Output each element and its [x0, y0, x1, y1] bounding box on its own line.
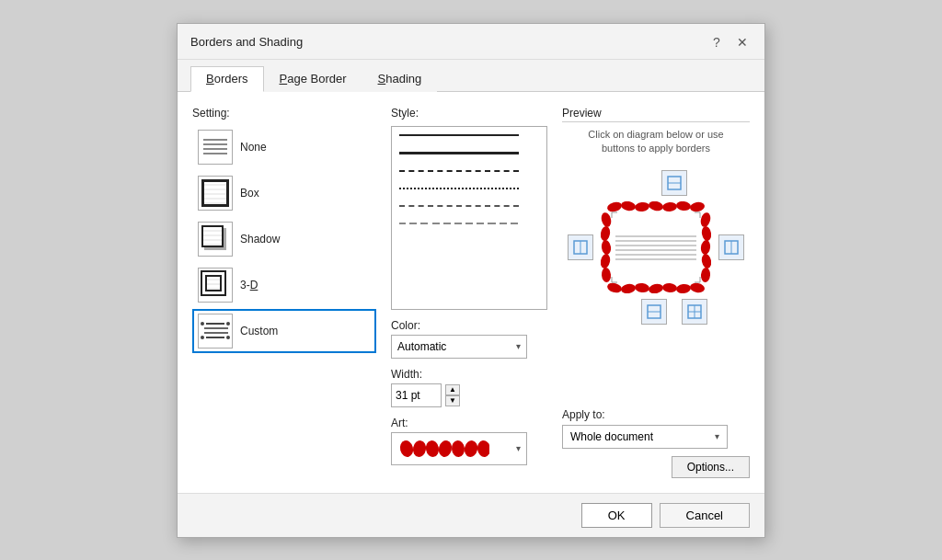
svg-point-6	[477, 440, 489, 458]
style-dash-dot[interactable]	[392, 198, 546, 215]
color-label: Color:	[391, 319, 547, 332]
svg-point-2	[425, 439, 441, 457]
preview-area	[562, 170, 750, 325]
setting-custom-label: Custom	[240, 325, 278, 337]
dialog-body: Setting: None	[178, 92, 764, 493]
setting-custom[interactable]: Custom	[192, 309, 376, 353]
width-label: Width:	[391, 368, 547, 381]
width-spinner: ▲ ▼	[445, 384, 460, 406]
setting-shadow-label: Shadow	[240, 233, 280, 246]
border-bottom-button[interactable]	[641, 299, 667, 325]
color-value: Automatic	[397, 340, 446, 353]
title-bar: Borders and Shading ? ✕	[178, 24, 764, 60]
svg-point-32	[700, 240, 711, 256]
svg-point-19	[620, 283, 636, 293]
setting-shadow-icon	[198, 222, 233, 257]
svg-point-5	[463, 439, 478, 458]
setting-custom-icon	[198, 314, 233, 349]
tab-page-border[interactable]: Page Border	[264, 66, 362, 92]
svg-point-22	[662, 283, 678, 293]
preview-label: Preview	[562, 107, 750, 120]
preview-canvas[interactable]	[601, 201, 711, 293]
style-panel: Style:	[391, 107, 547, 478]
svg-point-13	[634, 201, 649, 212]
cancel-button[interactable]: Cancel	[660, 503, 750, 528]
setting-box[interactable]: Box	[192, 171, 376, 215]
width-field: Width: ▲ ▼	[391, 368, 547, 407]
svg-point-20	[634, 282, 649, 293]
svg-point-17	[689, 201, 705, 212]
borders-and-shading-dialog: Borders and Shading ? ✕ Borders Page Bor…	[177, 23, 765, 538]
setting-3d-icon	[198, 268, 233, 303]
setting-box-icon	[198, 176, 233, 211]
main-content-row: Setting: None	[192, 107, 750, 478]
width-row: ▲ ▼	[391, 383, 547, 407]
svg-point-14	[648, 201, 664, 212]
setting-items: None Box	[192, 125, 376, 353]
preview-divider	[562, 121, 750, 122]
setting-3d[interactable]: 3-D	[192, 263, 376, 307]
style-dotted[interactable]	[392, 180, 546, 198]
art-field: Art:	[391, 417, 547, 465]
setting-none[interactable]: None	[192, 125, 376, 169]
border-top-button[interactable]	[661, 170, 687, 196]
svg-point-16	[675, 201, 691, 211]
svg-point-29	[601, 268, 611, 283]
border-inside-button[interactable]	[682, 299, 707, 325]
svg-point-15	[662, 202, 678, 212]
svg-point-34	[700, 268, 710, 283]
setting-label: Setting:	[192, 107, 376, 120]
preview-hint: Click on diagram below or usebuttons to …	[562, 128, 750, 156]
style-list[interactable]	[391, 126, 547, 310]
svg-point-4	[451, 440, 465, 457]
preview-panel: Preview Click on diagram below or usebut…	[562, 107, 750, 478]
close-button[interactable]: ✕	[733, 33, 752, 51]
options-button[interactable]: Options...	[672, 456, 750, 478]
art-label: Art:	[391, 417, 547, 429]
setting-none-icon	[198, 130, 233, 165]
svg-point-11	[606, 201, 623, 213]
style-solid-thick[interactable]	[392, 144, 546, 163]
svg-point-27	[601, 240, 612, 256]
border-right-button[interactable]	[718, 234, 744, 260]
title-bar-controls: ? ✕	[707, 33, 752, 51]
dialog-footer: OK Cancel	[178, 493, 764, 537]
preview-header: Preview Click on diagram below or usebut…	[562, 107, 750, 162]
border-left-button[interactable]	[568, 234, 593, 260]
apply-to-arrow: ▾	[715, 431, 719, 441]
preview-middle-row	[568, 201, 744, 293]
svg-point-30	[699, 211, 711, 228]
width-down-button[interactable]: ▼	[445, 395, 460, 406]
style-field: Style:	[391, 107, 547, 310]
color-dropdown-arrow: ▾	[516, 341, 521, 351]
art-dropdown[interactable]: ▾	[391, 432, 527, 465]
style-solid-thin[interactable]	[392, 127, 546, 144]
svg-point-21	[648, 283, 664, 294]
ok-button[interactable]: OK	[581, 503, 652, 528]
width-up-button[interactable]: ▲	[445, 384, 460, 395]
apply-to-value: Whole document	[570, 430, 653, 443]
color-dropdown[interactable]: Automatic ▾	[391, 335, 527, 359]
art-preview	[397, 437, 489, 461]
tabs-bar: Borders Page Border Shading	[178, 60, 764, 92]
style-dashed[interactable]	[392, 163, 546, 180]
width-input[interactable]	[391, 383, 442, 407]
style-label: Style:	[391, 107, 547, 120]
svg-point-26	[601, 226, 611, 242]
tab-shading[interactable]: Shading	[362, 66, 438, 92]
apply-to-label: Apply to:	[562, 408, 750, 421]
tab-borders[interactable]: Borders	[190, 66, 264, 92]
svg-point-25	[601, 211, 613, 228]
svg-point-33	[700, 253, 711, 269]
setting-shadow[interactable]: Shadow	[192, 217, 376, 261]
color-field: Color: Automatic ▾	[391, 319, 547, 359]
setting-box-label: Box	[240, 187, 259, 200]
svg-point-3	[437, 439, 454, 458]
apply-to-dropdown[interactable]: Whole document ▾	[562, 425, 728, 449]
svg-point-31	[701, 226, 711, 242]
art-dropdown-arrow: ▾	[516, 443, 521, 453]
style-long-dash[interactable]	[392, 215, 546, 233]
svg-point-1	[412, 439, 428, 457]
svg-point-0	[398, 439, 415, 458]
help-button[interactable]: ?	[707, 33, 726, 51]
